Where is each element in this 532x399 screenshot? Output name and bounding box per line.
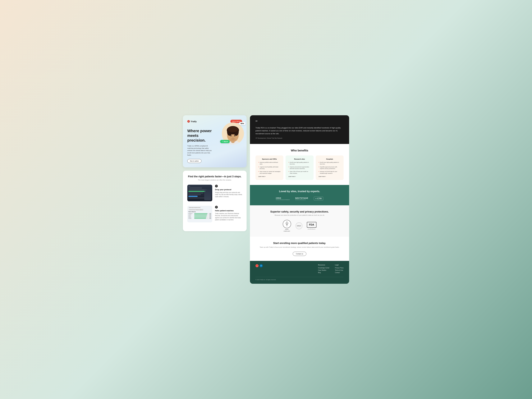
research-item-3: Save 100s of hours per month on chart re… bbox=[288, 171, 310, 174]
match-percent: 88% bbox=[209, 214, 211, 215]
patient-name: Carmen bbox=[188, 218, 194, 219]
footer-col-resources: Resources Knowledge Center Case Studies … bbox=[318, 264, 329, 274]
match-bar-bg bbox=[194, 217, 209, 217]
patient-match-row: Nelson 85% bbox=[188, 215, 211, 216]
twitter-icon[interactable]: 🔴 bbox=[255, 264, 259, 267]
percent-badge: 98% bbox=[239, 122, 246, 125]
match-percent: 80% bbox=[209, 218, 211, 219]
logo-text: Trially bbox=[191, 120, 196, 123]
blog-link[interactable]: Blog bbox=[318, 272, 329, 273]
sponsors-item-3: Save money on central ad campaigns and m… bbox=[258, 171, 280, 174]
ctr-text: CTR bbox=[317, 197, 322, 200]
cta-subtitle: Team up with Trially to focus your recru… bbox=[255, 246, 344, 248]
ctr-logo: ✦ CTR bbox=[314, 197, 323, 200]
trusted-section: Loved by sites, trusted by experts. CRIO… bbox=[250, 185, 349, 205]
protocol-mockup: Step bbox=[187, 185, 212, 201]
badges-row: HIPAA COMPLIANT HITRUST FDA 21 CFR Part … bbox=[255, 220, 344, 232]
hero-description: Trially is a HIPAA-compliant AI matching… bbox=[187, 145, 214, 156]
privacy-policy-link[interactable]: Privacy Policy bbox=[335, 267, 344, 269]
hero-content: Where power meets precision. Trially is … bbox=[187, 129, 242, 163]
sponsors-item-2: Augment site feasibility with better acc… bbox=[258, 166, 280, 170]
sponsors-item-1: Improve portfolio wide enrollment rates. bbox=[258, 162, 280, 165]
research-item-1: Enroll more high-quality patients in les… bbox=[288, 162, 310, 165]
case-studies-link[interactable]: Case Studies bbox=[318, 269, 329, 271]
hipaa-icon bbox=[283, 220, 291, 228]
footer-col-legal: Legal Privacy Policy Terms of Use Contac… bbox=[335, 264, 344, 274]
step-1-number: 1 bbox=[215, 185, 218, 187]
safety-subtitle: Because we value the protection of your … bbox=[255, 214, 344, 216]
match-bar-fill bbox=[194, 218, 206, 219]
caduceus-icon bbox=[285, 222, 289, 227]
patient-name: Nelson bbox=[188, 215, 194, 216]
hipaa-label: HIPAA bbox=[285, 229, 288, 230]
contact-button[interactable]: Contact us bbox=[293, 252, 306, 256]
patient-name: Carol D. bbox=[188, 214, 194, 215]
fda-badge: FDA 21 CFR Part 11 bbox=[307, 222, 317, 230]
safety-section: Superior safety, security and privacy pr… bbox=[250, 205, 349, 237]
match-bar-fill bbox=[194, 215, 207, 215]
hero-title: Where power meets precision. bbox=[187, 129, 215, 143]
step-2-content: 2 Hello patient matches Trially matches … bbox=[215, 206, 242, 221]
terms-link[interactable]: Terms of Use bbox=[335, 269, 344, 271]
match-bar-fill bbox=[194, 216, 207, 216]
hospitals-item-2: Expedite approval process with superior … bbox=[318, 166, 341, 170]
steps-section: Find the right patients faster—in just 3… bbox=[183, 171, 247, 231]
fda-label: 21 CFR Part 11 bbox=[308, 228, 316, 230]
research-learn-more[interactable]: Learn more > bbox=[288, 176, 310, 177]
quote-mark: " bbox=[255, 120, 344, 124]
footer-top: 🔴 in Resources Knowledge Center Case Stu… bbox=[255, 264, 344, 274]
research-item-2: Improve procurement opportunities and si… bbox=[288, 166, 310, 170]
hipaa-compliant-label: COMPLIANT bbox=[284, 231, 290, 232]
resources-title: Resources bbox=[318, 264, 329, 266]
step-1-image: Step bbox=[187, 185, 212, 201]
step-1: Step 1 Drop your protocol Simply drag bbox=[187, 185, 242, 201]
sponsors-learn-more[interactable]: Learn more > bbox=[258, 176, 280, 177]
steps-title: Find the right patients faster—in just 3… bbox=[187, 175, 242, 178]
contact-link[interactable]: Contact bbox=[335, 272, 344, 273]
step-2-number: 2 bbox=[215, 206, 218, 209]
match-bar-bg bbox=[194, 218, 209, 219]
footer-copyright: © 2025 Trially Inc. All rights reserved. bbox=[255, 277, 344, 280]
match-bar-fill bbox=[194, 217, 206, 217]
match-bar-fill bbox=[194, 213, 207, 214]
hospitals-learn-more[interactable]: Learn more > bbox=[318, 176, 341, 177]
patient-name: Patricia bbox=[188, 217, 194, 218]
step-2-title: Hello patient matches bbox=[215, 210, 242, 212]
step-1-desc: Simply drag and drop your protocols and … bbox=[215, 191, 242, 198]
hero-card: ● Trially Get a demo Where power meets p… bbox=[183, 115, 247, 167]
sponsors-title: Sponsors and CROs bbox=[258, 158, 280, 160]
benefits-title: Who benefits bbox=[255, 149, 344, 152]
hitrust-icon: HITRUST bbox=[296, 222, 302, 229]
patient-match-row: Carmen 80% bbox=[188, 218, 211, 219]
step-2-desc: Trially matches your Electronic Medical … bbox=[215, 213, 242, 221]
hipaa-badge: HIPAA COMPLIANT bbox=[283, 220, 291, 232]
logo: ● Trially bbox=[187, 120, 196, 123]
cta-title: Start enrolling more qualified patients … bbox=[255, 242, 344, 245]
fda-icon: FDA bbox=[307, 222, 317, 228]
match-bar-bg bbox=[194, 216, 209, 216]
hospitals-item-3: Harness rich EHR data for your breakthro… bbox=[318, 171, 341, 174]
step-2: Patient age and gender check Confirmed T… bbox=[187, 206, 242, 222]
left-column: ● Trially Get a demo Where power meets p… bbox=[183, 115, 247, 231]
legal-title: Legal bbox=[335, 264, 344, 266]
benefit-card-hospitals: Hospitals Enroll more high-quality patie… bbox=[316, 155, 344, 180]
nextstage-subtext: Clinical Research bbox=[295, 199, 308, 200]
knowledge-center-link[interactable]: Knowledge Center bbox=[318, 267, 329, 269]
testimonial-section: " Trially ROI is a no brainer! They plug… bbox=[250, 115, 349, 144]
see-action-button[interactable]: See in action bbox=[187, 159, 202, 163]
ctr-icon: ✦ bbox=[315, 198, 317, 200]
steps-subtitle: The most elegant solutions are often the… bbox=[187, 179, 242, 181]
linkedin-icon[interactable]: in bbox=[260, 264, 263, 267]
testimonial-author: VP Development, Clinical Trial Site Netw… bbox=[255, 137, 344, 139]
nextstage-text: NEXTSTAGE bbox=[295, 197, 308, 199]
cta-section: Start enrolling more qualified patients … bbox=[250, 237, 349, 261]
trusted-title: Loved by sites, trusted by experts. bbox=[255, 190, 344, 193]
match-percent: 85% bbox=[209, 215, 211, 216]
footer-links: Resources Knowledge Center Case Studies … bbox=[318, 264, 344, 274]
logo-icon: ● bbox=[187, 120, 190, 123]
crio-logo: CRIO Clinical Research Network bbox=[276, 197, 290, 200]
research-title: Research sites bbox=[288, 158, 310, 160]
benefit-card-research: Research sites Enroll more high-quality … bbox=[285, 155, 313, 180]
step-1-content: 1 Drop your protocol Simply drag and dro… bbox=[215, 185, 242, 198]
hospitals-item-1: Enroll more high-quality patients in les… bbox=[318, 162, 341, 165]
